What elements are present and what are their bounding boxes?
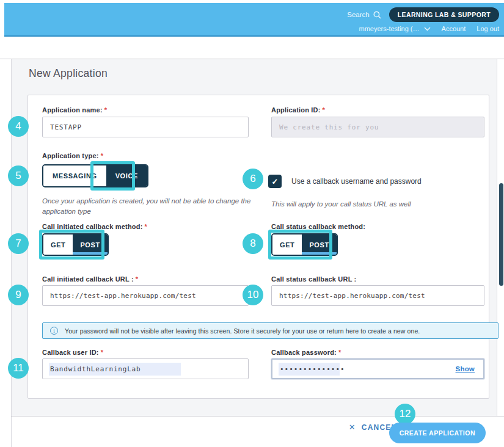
required-asterisk: * xyxy=(101,152,103,159)
create-application-button[interactable]: CREATE APPLICATION xyxy=(389,423,486,443)
annotation-circle-8: 8 xyxy=(243,233,263,254)
required-asterisk: * xyxy=(323,106,325,114)
call-initiated-method-toggle: GET POST xyxy=(42,233,109,256)
application-type-option-voice[interactable]: VOICE xyxy=(106,165,147,186)
callback-password-value: •••••••••••••• xyxy=(279,363,340,376)
application-type-label: Application type:* xyxy=(42,152,103,159)
topbar-row-secondary: mmeyers-testing (… Account Log out xyxy=(359,25,499,32)
call-status-method-post[interactable]: POST xyxy=(302,234,336,255)
application-id-input: We create this for you xyxy=(271,117,484,137)
annotation-circle-6: 6 xyxy=(243,169,263,189)
annotation-circle-12: 12 xyxy=(395,404,415,424)
callback-credentials-row: ✓ Use a callback username and password xyxy=(268,175,422,188)
application-type-toggle: MESSAGING VOICE xyxy=(42,164,148,187)
show-password-link[interactable]: Show xyxy=(456,365,475,372)
annotation-circle-9: 9 xyxy=(8,285,29,305)
call-initiated-method-label: Call initiated callback method:* xyxy=(42,223,147,230)
application-name-input[interactable]: TESTAPP xyxy=(42,117,249,137)
application-name-label: Application name:* xyxy=(42,106,107,114)
password-notice-text: Your password will not be visible after … xyxy=(65,327,420,335)
logout-link[interactable]: Log out xyxy=(477,25,499,32)
required-asterisk: * xyxy=(136,275,138,283)
callback-user-id-label: Callback user ID:* xyxy=(42,349,103,356)
learning-lab-support-button[interactable]: LEARNING LAB & SUPPORT xyxy=(389,7,499,22)
topbar-row-primary: Search LEARNING LAB & SUPPORT xyxy=(347,7,499,22)
scrollbar-thumb[interactable] xyxy=(499,183,503,286)
required-asterisk: * xyxy=(338,349,341,356)
call-status-url-label: Call status callback URL : xyxy=(271,275,357,283)
required-asterisk: * xyxy=(104,106,107,114)
search-label: Search xyxy=(347,11,369,18)
password-notice-banner: i Your password will not be visible afte… xyxy=(42,322,499,339)
annotation-circle-11: 11 xyxy=(8,358,29,379)
annotation-circle-7: 7 xyxy=(8,233,29,254)
callback-user-id-value: BandwidthLearningLab xyxy=(49,363,181,376)
callback-password-label: Callback password:* xyxy=(271,349,341,356)
top-navigation-bar: Search LEARNING LAB & SUPPORT mmeyers-te… xyxy=(4,3,504,37)
callback-credentials-checkbox[interactable]: ✓ xyxy=(268,175,282,188)
account-link[interactable]: Account xyxy=(442,25,466,32)
call-status-method-toggle: GET POST xyxy=(271,233,338,256)
callback-user-id-input[interactable]: BandwidthLearningLab xyxy=(42,358,249,379)
annotation-circle-10: 10 xyxy=(243,285,263,305)
call-status-url-input[interactable]: https://test-app.herokuapp.com/test xyxy=(271,285,484,306)
account-dropdown-label: mmeyers-testing (… xyxy=(359,25,420,32)
required-asterisk: * xyxy=(145,223,147,230)
required-asterisk: * xyxy=(101,349,103,356)
call-status-method-label: Call status callback method: xyxy=(271,223,365,230)
call-initiated-url-label: Call initiated callback URL :* xyxy=(42,275,138,283)
application-type-helper: Once your application is created, you wi… xyxy=(42,196,262,216)
call-initiated-url-input[interactable]: https://test-app.herokuapp.com/test xyxy=(42,285,249,306)
application-id-label: Application ID:* xyxy=(271,106,325,114)
call-status-method-get[interactable]: GET xyxy=(272,234,302,255)
call-initiated-url-value: https://test-app.herokuapp.com/test xyxy=(50,292,196,300)
callback-password-input[interactable]: •••••••••••••• Show xyxy=(271,358,484,379)
annotation-circle-5: 5 xyxy=(8,165,29,186)
account-dropdown[interactable]: mmeyers-testing (… xyxy=(359,25,431,32)
checkmark-icon: ✓ xyxy=(272,177,279,186)
search-link[interactable]: Search xyxy=(347,11,381,19)
call-status-url-value: https://test-app.herokuapp.com/test xyxy=(279,292,425,300)
application-id-placeholder: We create this for you xyxy=(279,123,379,131)
search-icon xyxy=(373,11,381,19)
annotation-circle-4: 4 xyxy=(8,116,29,137)
application-name-value: TESTAPP xyxy=(50,123,82,131)
close-icon: ✕ xyxy=(349,423,356,432)
call-initiated-method-get[interactable]: GET xyxy=(43,234,73,255)
callback-credentials-helper: This will apply to your call status URL … xyxy=(271,199,479,209)
call-initiated-method-post[interactable]: POST xyxy=(73,234,107,255)
application-type-option-messaging[interactable]: MESSAGING xyxy=(43,165,106,186)
chevron-down-icon xyxy=(424,27,431,31)
page-title: New Application xyxy=(29,67,108,80)
screen: Search LEARNING LAB & SUPPORT mmeyers-te… xyxy=(0,0,504,447)
footer-left-border xyxy=(11,416,12,447)
info-icon: i xyxy=(50,327,58,335)
footer-divider xyxy=(11,416,504,416)
callback-credentials-label: Use a callback username and password xyxy=(291,177,422,186)
